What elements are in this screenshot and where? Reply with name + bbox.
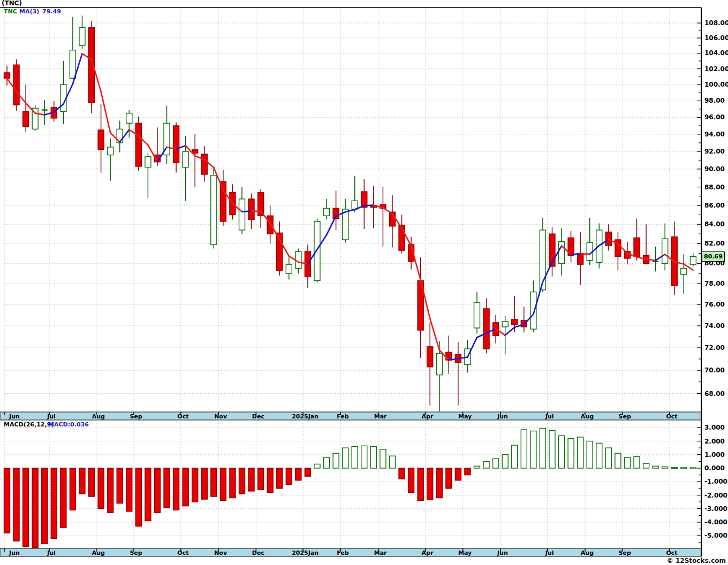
macd-bar: [258, 468, 264, 490]
macd-bar: [474, 466, 480, 468]
month-label: Aug: [92, 413, 105, 420]
month-label: Oct: [177, 549, 188, 556]
macd-bar: [483, 461, 489, 468]
macd-bar: [549, 430, 555, 468]
macd-bar: [530, 431, 536, 468]
ma-label: MA(3): [19, 8, 39, 15]
macd-bar: [267, 468, 273, 492]
macd-bar: [164, 468, 170, 507]
candle-body: [79, 27, 85, 45]
candle-body: [286, 264, 292, 273]
macd-bar: [427, 468, 433, 500]
month-label: Aug: [92, 549, 105, 556]
macd-bar: [295, 468, 301, 480]
macd-bar: [277, 468, 283, 488]
macd-bar: [596, 443, 602, 468]
macd-params-label: MACD(26,12,9): [4, 421, 54, 428]
candle-body: [239, 199, 245, 230]
macd-bar: [201, 468, 207, 499]
candle-body: [427, 347, 433, 367]
candle-body: [4, 73, 10, 78]
macd-bar: [126, 468, 132, 511]
macd-bar: [154, 468, 160, 513]
candle-body: [578, 254, 583, 264]
candle-body: [324, 208, 330, 216]
macd-bar: [352, 447, 358, 468]
watermark-link[interactable]: © 12Stocks.com: [667, 558, 726, 564]
page-title: (TNC): [2, 0, 22, 7]
macd-bar: [540, 429, 545, 468]
month-label: Jul: [545, 413, 554, 420]
ma3-line-segment: [646, 259, 656, 261]
month-label: 2025Jan: [292, 549, 318, 556]
macd-bar: [98, 468, 104, 509]
candle-body: [634, 238, 640, 256]
candle-body: [211, 175, 217, 245]
candle-body: [13, 65, 19, 105]
macd-axis-label: -3.000: [704, 505, 727, 513]
macd-bar: [286, 468, 292, 484]
macd-bar: [239, 468, 245, 494]
macd-bar: [79, 468, 85, 494]
macd-bar: [305, 468, 310, 476]
last-price-badge: 80.69: [702, 251, 725, 262]
price-axis-label: 78.00: [704, 280, 725, 287]
ma3-line-segment: [430, 318, 439, 350]
macd-bar: [643, 463, 649, 468]
price-axis-label: 68.00: [704, 390, 725, 398]
macd-axis-label: 2.000: [704, 438, 725, 445]
ma3-line-segment: [242, 211, 252, 211]
ma3-line-segment: [101, 91, 111, 133]
month-label: Aug: [581, 413, 594, 420]
month-label: Jun: [9, 413, 20, 420]
month-label: Jun: [497, 549, 508, 556]
price-axis-label: 94.00: [704, 131, 725, 138]
month-label: Sep: [619, 549, 631, 556]
month-label: Sep: [130, 413, 142, 420]
macd-bar: [615, 453, 621, 468]
macd-bar: [493, 459, 499, 468]
candle-body: [135, 123, 141, 166]
price-axis-label: 104.00: [704, 49, 728, 57]
ma-value-label: 79.49: [42, 8, 61, 15]
macd-bar: [653, 466, 658, 468]
macd-bar: [324, 457, 330, 468]
macd-bar: [446, 468, 452, 488]
candle-body: [474, 302, 480, 328]
price-axis-label: 84.00: [704, 220, 725, 228]
macd-bar: [89, 468, 95, 497]
month-label: Aug: [581, 549, 594, 556]
ma3-line-segment: [364, 205, 374, 205]
macd-bar: [634, 457, 640, 468]
price-axis-label: 90.00: [704, 165, 725, 173]
symbol-label: TNC: [4, 8, 17, 15]
macd-bar: [690, 468, 696, 469]
macd-bar: [512, 445, 518, 468]
candle-body: [446, 352, 452, 360]
month-label: May: [458, 413, 472, 420]
month-label: Feb: [337, 413, 349, 420]
month-label: Nov: [214, 549, 228, 556]
macd-bar: [418, 468, 423, 501]
macd-bar: [108, 468, 113, 513]
macd-bar: [333, 453, 339, 468]
macd-bar: [587, 441, 593, 469]
candle-body: [502, 322, 508, 327]
candle-body: [314, 222, 320, 281]
candle-body: [436, 353, 442, 375]
macd-bar: [42, 468, 48, 544]
macd-bar: [361, 446, 367, 468]
price-axis-label: 106.00: [704, 34, 728, 42]
ma3-line-segment: [252, 211, 261, 211]
macd-bar: [230, 468, 236, 498]
candle-body: [690, 256, 696, 264]
macd-bar: [32, 468, 38, 548]
macd-bar: [220, 468, 226, 501]
month-label: Sep: [619, 413, 631, 420]
month-label: 2025Jan: [292, 413, 318, 420]
candle-body: [183, 151, 188, 167]
month-label: Jun: [497, 413, 508, 420]
macd-bar: [380, 449, 386, 468]
macd-axis-label: -2.000: [704, 492, 727, 499]
candle-body: [483, 309, 489, 349]
